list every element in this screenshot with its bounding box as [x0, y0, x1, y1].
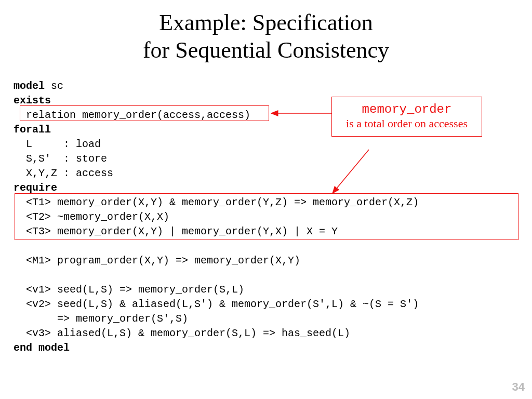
highlight-box-relation: [20, 105, 269, 121]
req-line-7: <v2> seed(L,S) & aliased(L,S') & memory_…: [14, 298, 419, 310]
callout-text: is a total order on accesses: [341, 116, 472, 131]
slide-title: Example: Specification for Sequential Co…: [0, 0, 532, 64]
forall-line-1: S,S' : store: [14, 153, 107, 165]
req-line-9: <v3> aliased(L,S) & memory_order(S,L) =>…: [14, 327, 350, 339]
kw-model: model: [14, 80, 45, 92]
forall-line-0: L : load: [14, 138, 101, 150]
req-line-4: <M1> program_order(X,Y) => memory_order(…: [14, 255, 300, 267]
forall-line-2: X,Y,Z : access: [14, 167, 113, 179]
page-number: 34: [512, 380, 525, 394]
req-line-6: <v1> seed(L,S) => memory_order(S,L): [14, 284, 244, 296]
kw-require: require: [14, 182, 57, 194]
kw-forall: forall: [14, 124, 51, 136]
kw-end-model: end model: [14, 342, 70, 354]
req-line-8: => memory_order(S',S): [14, 313, 188, 325]
slide: Example: Specification for Sequential Co…: [0, 0, 532, 399]
title-line-2: for Sequential Consistency: [143, 37, 389, 63]
model-name: sc: [45, 80, 63, 92]
callout-mono: memory_order: [341, 102, 472, 116]
kw-exists: exists: [14, 95, 51, 107]
highlight-box-total-order: [15, 193, 518, 240]
title-line-1: Example: Specification: [159, 10, 373, 35]
callout-box: memory_order is a total order on accesse…: [331, 97, 482, 137]
